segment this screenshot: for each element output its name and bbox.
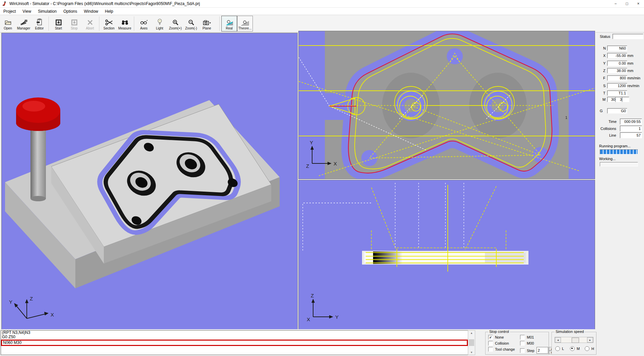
running-program-label: Running program...	[599, 144, 631, 148]
dro-label-z: Z	[603, 69, 605, 73]
viewport-front-xz[interactable]: Z Y X	[298, 180, 595, 330]
scroll-up-icon[interactable]: ▲	[470, 331, 473, 335]
theoretical-icon	[241, 18, 249, 26]
stop-control-group: Stop control ✓ None Collision Tool chang…	[485, 332, 549, 355]
section-icon	[105, 18, 113, 26]
status-label: Status	[600, 34, 610, 39]
svg-text:Z: Z	[30, 296, 33, 301]
checkbox-step[interactable]: Step 2 ▲ ▼	[520, 347, 554, 354]
gcode-listing[interactable]: (RPT N3,N4)N3 G0 Z50 N060 M30	[1, 330, 468, 355]
svg-text:Y: Y	[335, 314, 339, 320]
dro-label-t: T	[603, 91, 605, 95]
minimize-button[interactable]: −	[610, 0, 621, 7]
real-view-button[interactable]: Real	[221, 16, 237, 31]
menu-item-window[interactable]: Window	[81, 8, 102, 14]
menu-item-project[interactable]: Project	[0, 8, 19, 14]
checkbox-m01[interactable]: M01	[520, 335, 534, 340]
checkbox-box[interactable]	[520, 348, 525, 353]
viewport-top-xy[interactable]: 1 Y X Z	[298, 31, 595, 179]
dro-field-f: 800	[607, 75, 627, 81]
menu-item-simulation[interactable]: Simulation	[34, 8, 60, 14]
radio-circle[interactable]	[570, 346, 575, 351]
checkbox-box[interactable]: ✓	[488, 335, 493, 340]
editor-button[interactable]: Editor	[31, 15, 47, 32]
close-button[interactable]: ×	[633, 0, 644, 7]
open-button[interactable]: Open	[0, 15, 16, 32]
working-label: Working...	[599, 157, 616, 161]
dro-label-y: Y	[603, 61, 605, 65]
checkbox-box[interactable]	[520, 341, 525, 346]
real-icon	[225, 18, 233, 26]
menu-item-help[interactable]: Help	[101, 8, 117, 14]
axes-button[interactable]: Axes	[136, 15, 152, 32]
start-icon	[55, 18, 62, 26]
dro-label-g: G	[600, 109, 603, 113]
slider-track[interactable]	[561, 338, 587, 342]
plane-button[interactable]: Plane	[199, 15, 215, 32]
menu-item-options[interactable]: Options	[60, 8, 80, 14]
gcode-line: G0 Z50	[1, 335, 468, 339]
slider-thumb[interactable]	[572, 338, 579, 343]
manager-icon	[20, 18, 28, 26]
manager-button[interactable]: Manager	[16, 15, 31, 32]
zoom-out-button[interactable]: Zoom(-)	[183, 15, 199, 32]
light-button[interactable]: Light	[152, 15, 167, 32]
light-icon	[157, 18, 163, 26]
viewport-3d[interactable]: Z Y X	[1, 33, 298, 330]
dro-field-n: N60	[607, 46, 627, 51]
app-icon	[2, 1, 7, 6]
checkbox-box[interactable]	[488, 347, 493, 352]
title-bar[interactable]: WinUnisoft - Simulator - C:\Program File…	[0, 0, 644, 8]
scroll-down-icon[interactable]: ▼	[470, 350, 473, 355]
radio-circle[interactable]	[555, 346, 560, 351]
collisions-field: 1	[620, 126, 642, 132]
checkbox-tool-change[interactable]: Tool change	[488, 347, 515, 352]
stop-control-legend: Stop control	[488, 330, 510, 334]
radio-speed-low[interactable]: L	[555, 346, 564, 351]
zoom-out-icon	[188, 18, 195, 26]
editor-icon	[36, 18, 43, 26]
checkbox-collision[interactable]: Collision	[488, 341, 509, 346]
abort-button[interactable]: Abort	[82, 15, 98, 32]
radio-speed-medium[interactable]: M	[570, 346, 580, 351]
section-button[interactable]: Section	[101, 15, 117, 32]
radio-speed-high[interactable]: H	[585, 346, 594, 351]
gcode-scrollbar[interactable]: ▲ ▼	[468, 330, 475, 355]
checkbox-m00[interactable]: M00	[520, 341, 534, 346]
svg-text:Y: Y	[310, 140, 313, 145]
checkbox-box[interactable]	[488, 341, 493, 346]
speed-slider[interactable]: ◄ ►	[555, 337, 593, 343]
toolbar-separator	[219, 16, 220, 31]
measure-icon	[121, 18, 129, 26]
bottom-panel: (RPT N3,N4)N3 G0 Z50 N060 M30 ▲ ▼ Stop c…	[0, 329, 644, 356]
start-button[interactable]: Start	[51, 15, 66, 32]
dro-field-s: 1200	[607, 83, 627, 88]
measure-button[interactable]: Measure	[117, 15, 133, 32]
dro-field-g: G0	[607, 108, 627, 114]
dro-field-z: 38.00	[607, 68, 627, 73]
svg-text:Z: Z	[306, 163, 309, 169]
stop-button[interactable]: Stop	[66, 15, 82, 32]
scrollbar-thumb[interactable]	[469, 339, 474, 346]
viewport-top-canvas: 1 Y X Z	[299, 31, 595, 179]
dro-field-x: -55.00	[607, 53, 627, 58]
slider-right-icon[interactable]: ►	[587, 337, 593, 343]
working-progress-bar	[600, 162, 638, 166]
toolbar: Open Manager Editor Start Stop	[0, 15, 644, 32]
collisions-label: Collisions	[600, 127, 616, 131]
time-field: 000:09:55	[620, 119, 642, 125]
zoom-in-button[interactable]: Zoom(+)	[167, 15, 183, 32]
radio-circle[interactable]	[585, 346, 589, 351]
line-field: 57	[620, 132, 642, 138]
dro-field-y: 0.00	[607, 61, 627, 66]
menu-item-view[interactable]: View	[19, 8, 34, 14]
maximize-button[interactable]: □	[621, 0, 633, 7]
application-window: WinUnisoft - Simulator - C:\Program File…	[0, 0, 644, 356]
slider-left-icon[interactable]: ◄	[555, 337, 561, 343]
step-value-field[interactable]: 2	[536, 347, 548, 354]
checkbox-none[interactable]: ✓ None	[488, 335, 504, 340]
checkbox-box[interactable]	[520, 335, 525, 340]
svg-text:X: X	[334, 161, 337, 166]
theoretical-view-button[interactable]: Theore...	[237, 16, 253, 31]
dro-label-s: S	[603, 84, 605, 88]
